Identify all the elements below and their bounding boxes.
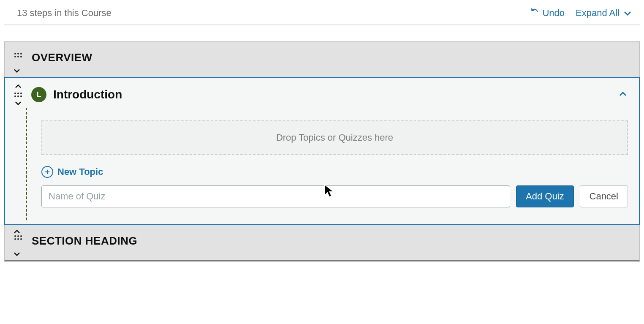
section-overview: OVERVIEW xyxy=(4,41,640,77)
drag-handle-icon[interactable] xyxy=(14,52,23,58)
lesson-body: Drop Topics or Quizzes here + New Topic … xyxy=(5,108,639,224)
collapse-button[interactable] xyxy=(619,91,631,98)
plus-circle-icon: + xyxy=(41,166,53,178)
dropzone-text: Drop Topics or Quizzes here xyxy=(276,132,393,143)
section-heading-header[interactable]: SECTION HEADING xyxy=(5,234,639,251)
new-topic-label: New Topic xyxy=(57,166,103,177)
drag-handle-icon[interactable] xyxy=(14,234,23,240)
expand-all-label: Expand All xyxy=(576,8,620,19)
drag-handle-icon[interactable] xyxy=(14,92,23,98)
lesson-panel-introduction: L Introduction Drop Topics or Quizzes he… xyxy=(4,77,640,225)
quiz-name-input[interactable] xyxy=(41,185,510,207)
section-overview-title: OVERVIEW xyxy=(24,48,92,64)
undo-button[interactable]: Undo xyxy=(530,8,565,19)
top-actions: Undo Expand All xyxy=(530,8,631,19)
section-heading-title: SECTION HEADING xyxy=(24,234,137,248)
cancel-button[interactable]: Cancel xyxy=(580,185,628,207)
new-topic-button[interactable]: + New Topic xyxy=(41,166,103,178)
section-heading: SECTION HEADING xyxy=(4,225,640,261)
tree-line xyxy=(26,108,27,220)
chevron-down-icon[interactable] xyxy=(13,68,21,74)
chevron-up-icon[interactable] xyxy=(14,83,22,89)
undo-icon xyxy=(530,8,539,19)
add-quiz-button[interactable]: Add Quiz xyxy=(516,185,574,207)
chevron-down-icon xyxy=(624,8,631,19)
dropzone[interactable]: Drop Topics or Quizzes here xyxy=(41,120,628,155)
lesson-type-icon: L xyxy=(31,87,46,102)
section-overview-header[interactable]: OVERVIEW xyxy=(5,42,639,68)
undo-label: Undo xyxy=(542,8,565,19)
add-quiz-row: Add Quiz Cancel xyxy=(41,185,628,207)
step-count-text: 13 steps in this Course xyxy=(17,8,111,19)
lesson-drag-column xyxy=(12,83,24,106)
lesson-header[interactable]: L Introduction xyxy=(5,78,639,108)
chevron-down-icon[interactable] xyxy=(13,251,21,257)
chevron-down-icon[interactable] xyxy=(14,100,22,106)
topbar: 13 steps in this Course Undo Expand All xyxy=(4,0,640,25)
lesson-title: Introduction xyxy=(46,88,122,101)
expand-all-button[interactable]: Expand All xyxy=(576,8,631,19)
drag-column xyxy=(12,234,24,240)
drag-column xyxy=(12,48,24,58)
chevron-up-icon[interactable] xyxy=(13,229,21,234)
lesson-type-letter: L xyxy=(37,90,41,99)
